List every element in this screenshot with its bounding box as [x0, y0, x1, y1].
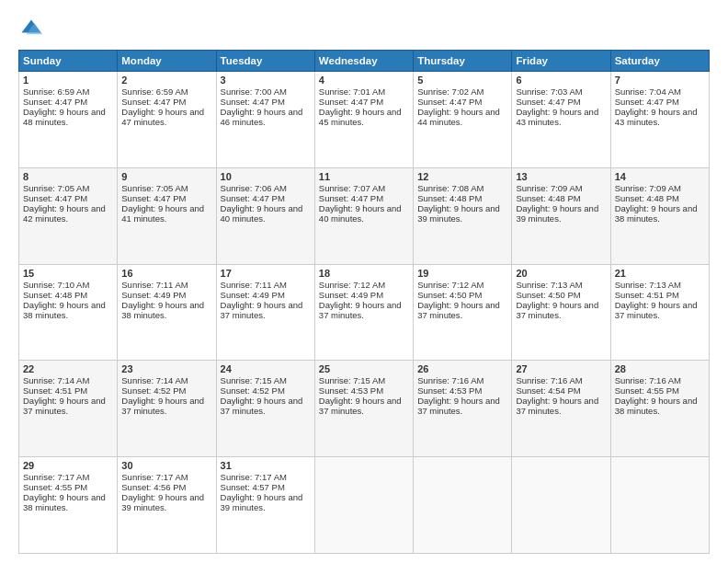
daylight-label: Daylight: 9 hours and 39 minutes.: [516, 203, 598, 224]
table-cell: 10 Sunrise: 7:06 AM Sunset: 4:47 PM Dayl…: [216, 167, 314, 264]
day-number: 16: [121, 268, 211, 279]
daylight-label: Daylight: 9 hours and 37 minutes.: [319, 300, 402, 320]
day-number: 3: [221, 75, 311, 86]
daylight-label: Daylight: 9 hours and 47 minutes.: [121, 107, 204, 127]
sunrise-label: Sunrise: 7:14 AM: [23, 375, 89, 385]
day-number: 18: [319, 268, 409, 279]
sunrise-label: Sunrise: 7:15 AM: [319, 375, 385, 385]
col-sunday: Sunday: [19, 51, 118, 72]
sunset-label: Sunset: 4:47 PM: [121, 193, 186, 203]
daylight-label: Daylight: 9 hours and 40 minutes.: [221, 203, 303, 224]
daylight-label: Daylight: 9 hours and 38 minutes.: [23, 300, 106, 320]
day-number: 22: [23, 363, 113, 374]
sunrise-label: Sunrise: 7:12 AM: [417, 280, 483, 290]
table-cell: 15 Sunrise: 7:10 AM Sunset: 4:48 PM Dayl…: [19, 264, 118, 361]
daylight-label: Daylight: 9 hours and 37 minutes.: [417, 300, 500, 320]
day-number: 26: [417, 363, 507, 374]
daylight-label: Daylight: 9 hours and 37 minutes.: [23, 396, 106, 416]
table-cell: 21 Sunrise: 7:13 AM Sunset: 4:51 PM Dayl…: [610, 264, 709, 361]
table-cell: 1 Sunrise: 6:59 AM Sunset: 4:47 PM Dayli…: [19, 72, 118, 168]
sunrise-label: Sunrise: 7:16 AM: [516, 375, 582, 385]
daylight-label: Daylight: 9 hours and 37 minutes.: [319, 396, 402, 416]
sunset-label: Sunset: 4:49 PM: [121, 290, 186, 300]
sunrise-label: Sunrise: 7:13 AM: [615, 280, 681, 290]
sunset-label: Sunset: 4:50 PM: [516, 290, 580, 300]
daylight-label: Daylight: 9 hours and 37 minutes.: [516, 300, 598, 320]
table-cell: 30 Sunrise: 7:17 AM Sunset: 4:56 PM Dayl…: [118, 457, 216, 554]
sunset-label: Sunset: 4:47 PM: [615, 97, 679, 107]
sunrise-label: Sunrise: 7:01 AM: [319, 86, 385, 97]
daylight-label: Daylight: 9 hours and 37 minutes.: [221, 300, 303, 320]
day-number: 19: [417, 268, 507, 279]
sunrise-label: Sunrise: 7:09 AM: [615, 183, 681, 193]
daylight-label: Daylight: 9 hours and 37 minutes.: [615, 300, 698, 320]
daylight-label: Daylight: 9 hours and 38 minutes.: [615, 396, 698, 416]
daylight-label: Daylight: 9 hours and 37 minutes.: [417, 396, 500, 416]
sunrise-label: Sunrise: 7:17 AM: [23, 472, 89, 482]
table-cell: 24 Sunrise: 7:15 AM Sunset: 4:52 PM Dayl…: [216, 361, 314, 457]
sunrise-label: Sunrise: 7:02 AM: [417, 86, 483, 97]
sunrise-label: Sunrise: 7:14 AM: [121, 375, 188, 385]
daylight-label: Daylight: 9 hours and 38 minutes.: [121, 300, 204, 320]
sunset-label: Sunset: 4:47 PM: [319, 193, 383, 203]
table-cell: 23 Sunrise: 7:14 AM Sunset: 4:52 PM Dayl…: [118, 361, 216, 457]
daylight-label: Daylight: 9 hours and 39 minutes.: [121, 492, 204, 512]
day-number: 10: [221, 171, 311, 182]
day-number: 4: [319, 75, 409, 86]
sunset-label: Sunset: 4:48 PM: [615, 193, 679, 203]
table-cell: 6 Sunrise: 7:03 AM Sunset: 4:47 PM Dayli…: [512, 72, 610, 168]
sunset-label: Sunset: 4:55 PM: [23, 482, 87, 492]
table-cell: 12 Sunrise: 7:08 AM Sunset: 4:48 PM Dayl…: [414, 167, 512, 264]
sunset-label: Sunset: 4:48 PM: [417, 193, 482, 203]
table-cell: [314, 457, 413, 554]
col-thursday: Thursday: [414, 51, 512, 72]
table-cell: 14 Sunrise: 7:09 AM Sunset: 4:48 PM Dayl…: [610, 167, 709, 264]
sunrise-label: Sunrise: 7:13 AM: [516, 280, 582, 290]
daylight-label: Daylight: 9 hours and 40 minutes.: [319, 203, 402, 224]
day-number: 1: [23, 75, 113, 86]
sunrise-label: Sunrise: 7:09 AM: [516, 183, 582, 193]
sunrise-label: Sunrise: 7:07 AM: [319, 183, 385, 193]
sunrise-label: Sunrise: 7:17 AM: [121, 472, 188, 482]
daylight-label: Daylight: 9 hours and 43 minutes.: [615, 107, 698, 127]
day-number: 30: [121, 460, 211, 471]
table-cell: 27 Sunrise: 7:16 AM Sunset: 4:54 PM Dayl…: [512, 361, 610, 457]
col-saturday: Saturday: [610, 51, 709, 72]
day-number: 11: [319, 171, 409, 182]
sunset-label: Sunset: 4:55 PM: [615, 385, 679, 396]
table-cell: 8 Sunrise: 7:05 AM Sunset: 4:47 PM Dayli…: [19, 167, 118, 264]
sunrise-label: Sunrise: 6:59 AM: [121, 86, 188, 97]
table-cell: 17 Sunrise: 7:11 AM Sunset: 4:49 PM Dayl…: [216, 264, 314, 361]
sunset-label: Sunset: 4:52 PM: [221, 385, 285, 396]
table-cell: [610, 457, 709, 554]
table-cell: 26 Sunrise: 7:16 AM Sunset: 4:53 PM Dayl…: [414, 361, 512, 457]
day-number: 15: [23, 268, 113, 279]
sunrise-label: Sunrise: 7:08 AM: [417, 183, 483, 193]
table-cell: 31 Sunrise: 7:17 AM Sunset: 4:57 PM Dayl…: [216, 457, 314, 554]
daylight-label: Daylight: 9 hours and 37 minutes.: [121, 396, 204, 416]
table-cell: 3 Sunrise: 7:00 AM Sunset: 4:47 PM Dayli…: [216, 72, 314, 168]
sunset-label: Sunset: 4:57 PM: [221, 482, 285, 492]
sunrise-label: Sunrise: 7:16 AM: [417, 375, 483, 385]
day-number: 7: [615, 75, 705, 86]
day-number: 14: [615, 171, 705, 182]
daylight-label: Daylight: 9 hours and 48 minutes.: [23, 107, 106, 127]
day-number: 5: [417, 75, 507, 86]
sunrise-label: Sunrise: 7:11 AM: [121, 280, 188, 290]
day-number: 9: [121, 171, 211, 182]
daylight-label: Daylight: 9 hours and 38 minutes.: [615, 203, 698, 224]
table-cell: 18 Sunrise: 7:12 AM Sunset: 4:49 PM Dayl…: [314, 264, 413, 361]
sunrise-label: Sunrise: 7:15 AM: [221, 375, 287, 385]
day-number: 6: [516, 75, 606, 86]
day-number: 31: [221, 460, 311, 471]
day-number: 25: [319, 363, 409, 374]
table-cell: 7 Sunrise: 7:04 AM Sunset: 4:47 PM Dayli…: [610, 72, 709, 168]
daylight-label: Daylight: 9 hours and 46 minutes.: [221, 107, 303, 127]
daylight-label: Daylight: 9 hours and 43 minutes.: [516, 107, 598, 127]
sunset-label: Sunset: 4:47 PM: [319, 97, 383, 107]
daylight-label: Daylight: 9 hours and 37 minutes.: [516, 396, 598, 416]
sunrise-label: Sunrise: 7:06 AM: [221, 183, 287, 193]
daylight-label: Daylight: 9 hours and 45 minutes.: [319, 107, 402, 127]
sunset-label: Sunset: 4:48 PM: [516, 193, 580, 203]
sunset-label: Sunset: 4:50 PM: [417, 290, 482, 300]
